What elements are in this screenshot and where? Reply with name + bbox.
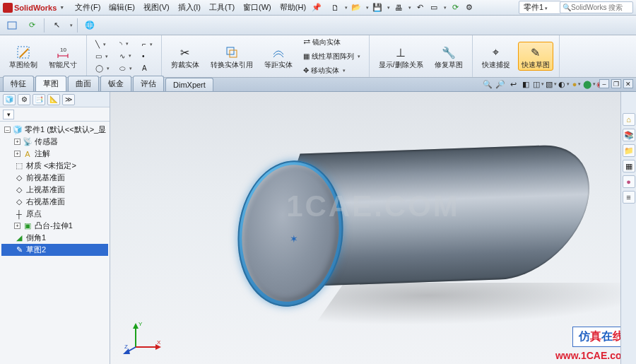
tab-evaluate[interactable]: 评估 [133, 76, 164, 91]
logo-text-2: Works [33, 4, 57, 12]
menu-tools[interactable]: 工具(T) [206, 1, 238, 14]
zoom-area-icon[interactable]: 🔎 [495, 78, 506, 90]
graphics-viewport[interactable]: ✶ 1CAE.COM Y X Z 仿真在线 www.1CAE.com ⌂ 📚 📁… [110, 92, 636, 364]
ellipse-tool[interactable]: ⬭ ▾ [117, 63, 135, 74]
select-icon[interactable]: ▭ [428, 2, 440, 13]
tree-sketch-active[interactable]: ✎草图2 [1, 244, 108, 256]
custom-props-icon[interactable]: ≡ [623, 191, 635, 204]
tab-sheetmetal[interactable]: 钣金 [100, 76, 131, 91]
pushpin-icon[interactable]: 📌 [311, 2, 322, 13]
tree-top-plane[interactable]: ◇上视基准面 [1, 184, 108, 196]
dimxpert-manager-tab[interactable]: 📐 [47, 94, 60, 105]
ribbon-sketch-group: 草图绘制 10 智能尺寸 [0, 35, 87, 77]
menu-insert[interactable]: 插入(I) [175, 1, 204, 14]
cursor-icon[interactable]: ↖ [49, 18, 64, 33]
appearance-icon[interactable]: ●▾ [571, 78, 582, 90]
new-icon[interactable]: 🗋 [329, 2, 341, 13]
text-tool[interactable]: A [139, 63, 155, 74]
move-tool[interactable]: ✥ 移动实体 ▾ [300, 64, 363, 77]
appearances-icon[interactable]: ● [623, 175, 635, 188]
rect-tool[interactable]: ▭ ▾ [93, 51, 112, 61]
heads-up-view-toolbar: 🔍 🔎 ↩ ◧ ◫▾ ▧▾ ◐▾ ●▾ ⬤▾ ◉▾ [482, 78, 608, 90]
tab-sketch[interactable]: 草图 [35, 76, 66, 91]
point-tool[interactable]: • [139, 51, 155, 61]
options-icon[interactable]: ⚙ [464, 2, 475, 13]
feature-manager-tab[interactable]: 🧊 [3, 94, 16, 105]
rapid-sketch-button[interactable]: ✎ 快速草图 [518, 42, 553, 71]
view-orientation-icon[interactable]: ◫▾ [533, 78, 544, 90]
file-explorer-icon[interactable]: 📁 [623, 144, 635, 157]
display-manager-tab[interactable]: ≫ [62, 94, 75, 105]
arc-tool[interactable]: ◝ ▾ [117, 39, 135, 49]
convert-button[interactable]: 转换实体引用 [207, 42, 257, 71]
print-icon[interactable]: 🖶 [393, 2, 404, 13]
display-style-icon[interactable]: ▧▾ [546, 78, 557, 90]
rebuild-icon[interactable]: ⟳ [449, 2, 461, 13]
tree-right-plane[interactable]: ◇右视基准面 [1, 196, 108, 208]
work-area: 🧊 ⚙ 📑 📐 ≫ ▾ –🧊零件1 (默认<<默认>_显 +📡传感器 +A注解 … [0, 92, 636, 364]
command-manager-tabs: 特征 草图 曲面 钣金 评估 DimXpert 🔍 🔎 ↩ ◧ ◫▾ ▧▾ ◐▾… [0, 78, 636, 92]
menu-view[interactable]: 视图(V) [140, 1, 173, 14]
secondary-toolbar: ⟳ ↖▾ 🌐 [0, 16, 636, 35]
spline-tool[interactable]: ∿ ▾ [117, 51, 135, 61]
brand-url: www.1CAE.com [555, 350, 630, 361]
close-icon[interactable]: ✕ [623, 79, 633, 88]
trim-button[interactable]: ✂ 剪裁实体 [167, 42, 203, 71]
offset-button[interactable]: 等距实体 [261, 42, 296, 71]
tree-root[interactable]: –🧊零件1 (默认<<默认>_显 [1, 124, 108, 136]
watermark-text: 1CAE.COM [286, 189, 460, 223]
tab-feature[interactable]: 特征 [3, 76, 34, 91]
resources-icon[interactable]: ⌂ [623, 113, 635, 126]
smart-dimension-button[interactable]: 10 智能尺寸 [45, 42, 81, 71]
show-relations-button[interactable]: ⊥ 显示/删除关系 [375, 42, 427, 71]
sketch-view-icon[interactable] [4, 18, 20, 33]
sketch-button[interactable]: 草图绘制 [6, 42, 41, 71]
property-manager-tab[interactable]: ⚙ [18, 94, 30, 105]
tree-front-plane[interactable]: ◇前视基准面 [1, 172, 108, 184]
line-tool[interactable]: ╲ ▾ [93, 39, 112, 49]
tree-origin[interactable]: ┼原点 [1, 208, 108, 220]
open-icon[interactable]: 📂 [351, 2, 362, 13]
scene-icon[interactable]: ⬤▾ [584, 78, 595, 90]
configuration-manager-tab[interactable]: 📑 [33, 94, 45, 105]
globe-icon[interactable]: 🌐 [82, 18, 98, 33]
hide-show-icon[interactable]: ◐▾ [558, 78, 570, 90]
menu-file[interactable]: 文件(F) [71, 1, 104, 14]
tree-sensors[interactable]: +📡传感器 [1, 136, 108, 148]
tab-surface[interactable]: 曲面 [68, 76, 99, 91]
circle-tool[interactable]: ◯ ▾ [93, 63, 112, 74]
minimize-icon[interactable]: – [599, 79, 609, 88]
view-palette-icon[interactable]: ▦ [623, 160, 635, 172]
save-icon[interactable]: 💾 [372, 2, 383, 13]
svg-rect-1 [18, 47, 29, 58]
menu-help[interactable]: 帮助(H) [276, 1, 310, 14]
tree-chamfer[interactable]: ◢倒角1 [1, 232, 108, 244]
document-name[interactable]: 零件1▾ [519, 1, 561, 14]
design-library-icon[interactable]: 📚 [623, 129, 635, 141]
mirror-tool[interactable]: ⮂ 镜向实体 [300, 36, 363, 49]
chevron-down-icon[interactable]: ▼ [59, 5, 64, 10]
svg-marker-6 [133, 323, 139, 329]
update-icon[interactable]: ⟳ [24, 18, 40, 33]
restore-icon[interactable]: ❐ [611, 79, 621, 88]
undo-icon[interactable]: ↶ [414, 2, 425, 13]
filter-icon[interactable]: ▾ [3, 110, 14, 119]
menu-edit[interactable]: 编辑(E) [105, 1, 139, 14]
model-cylinder[interactable]: ✶ [195, 134, 619, 339]
prev-view-icon[interactable]: ↩ [507, 78, 519, 90]
search-box[interactable]: 🔍 [560, 1, 633, 13]
section-view-icon[interactable]: ◧ [520, 78, 531, 90]
orientation-triad[interactable]: Y X Z [123, 316, 163, 356]
search-input[interactable] [571, 4, 628, 11]
pattern-tool[interactable]: ▦ 线性草图阵列 ▾ [300, 50, 363, 63]
zoom-fit-icon[interactable]: 🔍 [482, 78, 493, 90]
tree-annotations[interactable]: +A注解 [1, 148, 108, 160]
tree-material[interactable]: ⬚材质 <未指定> [1, 160, 108, 172]
fillet-tool[interactable]: ⌐ ▾ [139, 39, 155, 49]
quick-snap-button[interactable]: ⌖ 快速捕捉 [478, 42, 514, 71]
repair-sketch-button[interactable]: 🔧 修复草图 [431, 42, 466, 71]
menu-window[interactable]: 窗口(W) [240, 1, 275, 14]
tree-boss[interactable]: +▣凸台-拉伸1 [1, 220, 108, 232]
rapid-sketch-icon: ✎ [527, 44, 544, 61]
tab-dimxpert[interactable]: DimXpert [165, 78, 213, 91]
